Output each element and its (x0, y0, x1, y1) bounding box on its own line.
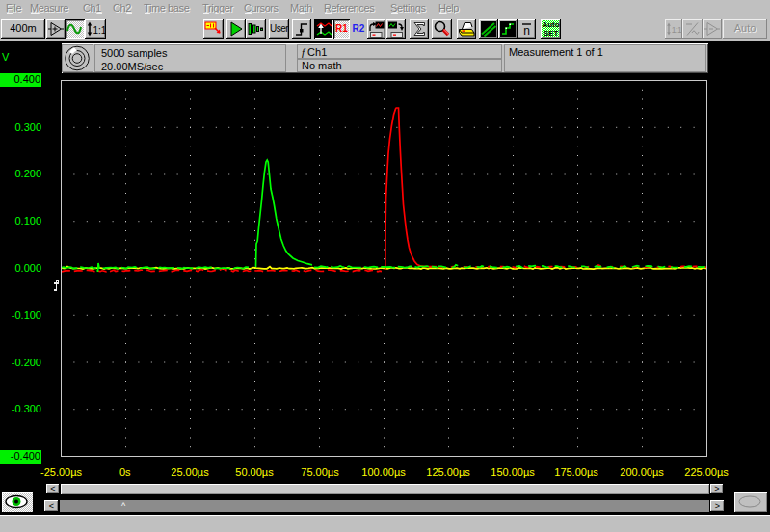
svg-text:1:1: 1:1 (93, 25, 106, 36)
svg-text:1:1: 1:1 (671, 25, 681, 35)
svg-text:n: n (523, 24, 530, 38)
